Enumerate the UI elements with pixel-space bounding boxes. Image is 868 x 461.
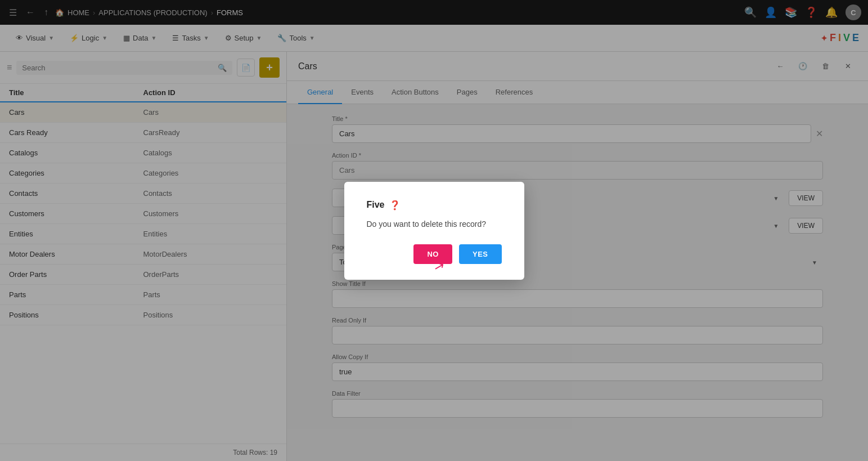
dialog-no-button[interactable]: NO: [413, 244, 452, 264]
dialog-overlay: Five ❓ Do you want to delete this record…: [0, 0, 868, 461]
dialog-help-icon: ❓: [389, 200, 401, 211]
dialog-actions: NO YES: [367, 244, 502, 264]
dialog-message: Do you want to delete this record?: [367, 220, 502, 229]
confirm-dialog: Five ❓ Do you want to delete this record…: [344, 182, 524, 280]
dialog-title-text: Five: [367, 200, 385, 210]
dialog-title: Five ❓: [367, 200, 502, 211]
dialog-yes-button[interactable]: YES: [459, 244, 502, 264]
